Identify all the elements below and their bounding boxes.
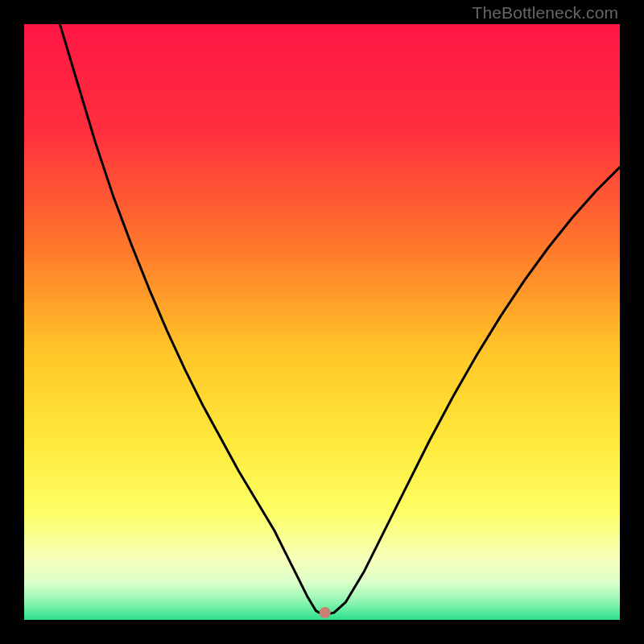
watermark-text: TheBottleneck.com: [473, 3, 618, 23]
chart-frame: TheBottleneck.com: [0, 0, 644, 644]
svg-point-1: [320, 607, 331, 618]
bottleneck-curve: [24, 24, 620, 620]
plot-area: [24, 24, 620, 620]
